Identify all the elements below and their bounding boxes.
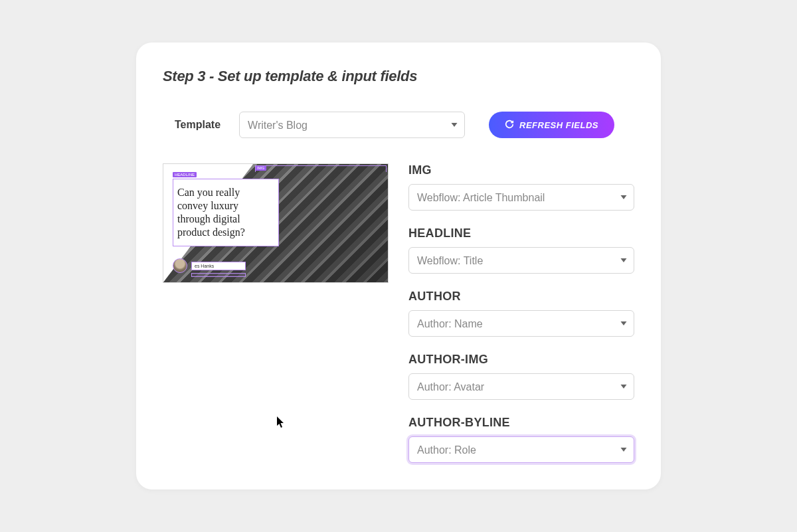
- preview-img-outline: [255, 165, 387, 172]
- field-label-img: IMG: [408, 163, 634, 177]
- field-group-headline: HEADLINE Webflow: Title: [408, 226, 634, 274]
- field-group-author-byline: AUTHOR-BYLINE Author: Role: [408, 416, 634, 463]
- field-select-author-byline[interactable]: Author: Role: [408, 436, 634, 463]
- preview-headline-text: Can you really convey luxury through dig…: [177, 186, 272, 239]
- field-select-author-img[interactable]: Author: Avatar: [408, 373, 634, 400]
- preview-headline-box: Can you really convey luxury through dig…: [173, 179, 279, 246]
- field-select-img[interactable]: Webflow: Article Thumbnail: [408, 184, 634, 211]
- field-label-author: AUTHOR: [408, 290, 634, 304]
- field-label-author-byline: AUTHOR-BYLINE: [408, 416, 634, 430]
- setup-card: Step 3 - Set up template & input fields …: [136, 43, 661, 489]
- preview-tag-headline: HEADLINE: [173, 172, 197, 177]
- field-label-headline: HEADLINE: [408, 226, 634, 240]
- preview-author-row: es Hanks: [173, 258, 246, 273]
- refresh-icon: [505, 120, 514, 131]
- refresh-fields-label: REFRESH FIELDS: [519, 120, 598, 130]
- preview-author-byline-outline: [191, 273, 246, 277]
- field-select-author[interactable]: Author: Name: [408, 310, 634, 337]
- field-label-author-img: AUTHOR-IMG: [408, 353, 634, 367]
- preview-author-avatar: [173, 258, 187, 273]
- fields-column: IMG Webflow: Article Thumbnail HEADLINE …: [408, 163, 634, 463]
- template-row: Template Writer's Blog REFRESH FIELDS: [163, 112, 634, 138]
- template-label: Template: [175, 119, 221, 131]
- step-title: Step 3 - Set up template & input fields: [163, 68, 634, 85]
- field-group-img: IMG Webflow: Article Thumbnail: [408, 163, 634, 211]
- template-preview: HEADLINE IMG Can you really convey luxur…: [163, 163, 389, 283]
- field-group-author: AUTHOR Author: Name: [408, 290, 634, 337]
- field-select-headline[interactable]: Webflow: Title: [408, 247, 634, 274]
- template-select[interactable]: Writer's Blog: [239, 112, 465, 138]
- field-group-author-img: AUTHOR-IMG Author: Avatar: [408, 353, 634, 400]
- preview-author-name: es Hanks: [191, 262, 246, 270]
- refresh-fields-button[interactable]: REFRESH FIELDS: [489, 112, 614, 138]
- columns: HEADLINE IMG Can you really convey luxur…: [163, 163, 634, 463]
